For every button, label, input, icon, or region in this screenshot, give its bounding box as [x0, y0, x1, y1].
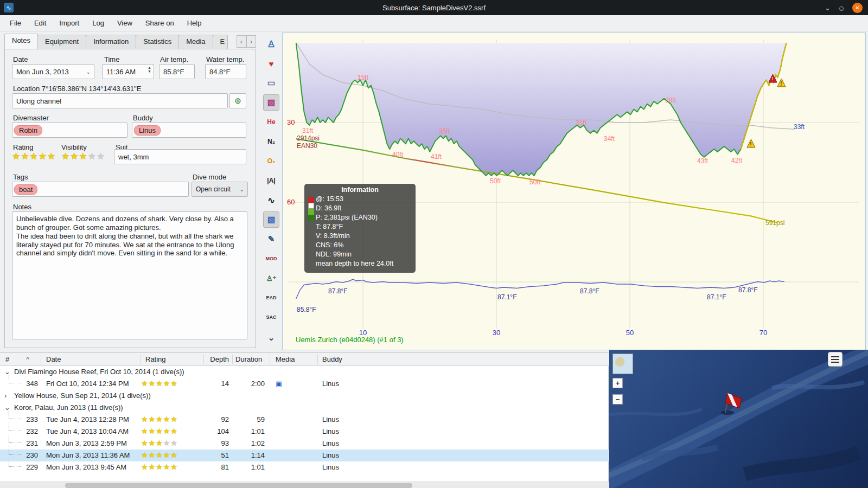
photo-icon[interactable]: ▣ — [276, 380, 282, 388]
menu-help[interactable]: Help — [181, 16, 208, 30]
col-media[interactable]: Media — [276, 355, 295, 363]
tab-information[interactable]: Information — [86, 35, 136, 49]
divemaster-tag[interactable]: Robin — [14, 125, 42, 136]
dive-profile-panel[interactable]: 30601030507031ft2914psiEAN3015ft40ft41ft… — [282, 33, 866, 350]
tags-input[interactable]: boat — [12, 182, 189, 197]
globe-button[interactable]: ⊕ — [229, 93, 246, 108]
time-spinner[interactable]: 11:36 AM ▲▼ — [102, 64, 154, 79]
map-menu-button[interactable] — [828, 352, 843, 367]
menu-file[interactable]: File — [3, 16, 28, 30]
ceiling-icon[interactable]: |A| — [263, 172, 279, 189]
window-titlebar: ∿ Subsurface: SampleDivesV2.ssrf ⌄ ◇ ✕ — [0, 0, 868, 15]
dive-depth: 14 — [206, 380, 229, 388]
heart-rate-icon[interactable]: ♥ — [263, 55, 279, 72]
tab-statistics[interactable]: Statistics — [136, 35, 179, 49]
svg-text:2914psi: 2914psi — [297, 134, 320, 142]
info-row: CNS: 6% — [316, 241, 411, 250]
profile-info-box: Information @: 15:53D: 36.9ftP: 2,381psi… — [304, 184, 416, 273]
tree-connector — [9, 422, 21, 431]
menu-import[interactable]: Import — [53, 16, 86, 30]
menu-view[interactable]: View — [111, 16, 139, 30]
dive-depth: 93 — [206, 439, 229, 447]
horizontal-scrollbar[interactable] — [0, 481, 609, 488]
deco-icon[interactable]: ♙⁺ — [263, 270, 279, 286]
show-photos-icon[interactable]: ▨ — [263, 94, 279, 111]
dive-buddy: Linus — [322, 451, 339, 459]
trip-row[interactable]: ⌄Divi Flamingo House Reef, Fri Oct 10, 2… — [0, 366, 609, 378]
dive-number: 231 — [22, 439, 38, 447]
zoom-out-button[interactable]: − — [612, 394, 623, 404]
close-button[interactable]: ✕ — [852, 3, 863, 13]
tab-extra-clipped[interactable]: E — [213, 35, 228, 49]
dive-rating: ★★★★★ — [141, 451, 178, 459]
dive-flag-marker[interactable] — [718, 389, 744, 416]
svg-text:31ft: 31ft — [302, 127, 314, 134]
dc-ceiling-icon[interactable]: ▧ — [263, 211, 279, 228]
tab-equipment[interactable]: Equipment — [37, 35, 86, 49]
water-temp-field[interactable]: 84.8°F — [205, 64, 246, 79]
map-panel[interactable]: + − — [609, 350, 868, 488]
col-depth[interactable]: Depth — [206, 355, 229, 363]
dive-row[interactable]: 230Mon Jun 3, 2013 11:36 AM★★★★★511:14Li… — [0, 450, 609, 461]
rating-stars[interactable]: ★★★★★ — [12, 151, 56, 162]
pp-oxygen-icon[interactable]: O₂ — [263, 153, 279, 169]
dive-date: Fri Oct 10, 2014 12:34 PM — [46, 380, 129, 388]
pp-helium-icon[interactable]: He — [263, 114, 279, 130]
rating-label: Rating — [13, 143, 34, 151]
tab-scroll-right-icon[interactable]: › — [246, 35, 256, 48]
notes-textarea[interactable]: Unbelievable dive. Dozens and dozens of … — [12, 211, 247, 339]
menu-share-on[interactable]: Share on — [139, 16, 181, 30]
dive-row[interactable]: 233Tue Jun 4, 2013 12:28 PM★★★★★9259Linu… — [0, 414, 609, 426]
visibility-stars[interactable]: ★★★★★ — [61, 151, 105, 162]
col-date[interactable]: Date — [46, 355, 61, 363]
scrollbar-thumb[interactable] — [65, 483, 412, 488]
maximize-button[interactable]: ◇ — [839, 4, 844, 12]
trip-label: Divi Flamingo House Reef, Fri Oct 10, 20… — [14, 368, 184, 376]
date-combobox[interactable]: Mon Jun 3, 2013 ⌄ — [12, 64, 94, 79]
chevron-down-icon[interactable]: ⌄ — [86, 69, 91, 75]
tab-media[interactable]: Media — [178, 35, 213, 49]
ead-icon[interactable]: EAD — [263, 290, 279, 306]
map-overview-thumbnail[interactable] — [612, 354, 633, 374]
menu-edit[interactable]: Edit — [28, 16, 53, 30]
dive-row[interactable]: 232Tue Jun 4, 2013 10:04 AM★★★★★1041:01L… — [0, 426, 609, 438]
col-number[interactable]: # — [5, 355, 9, 363]
buddy-input[interactable]: Linus — [132, 123, 246, 138]
sac-icon[interactable]: SAC — [263, 309, 279, 325]
dive-depth: 51 — [206, 451, 229, 459]
pp-nitrogen-icon[interactable]: N₂ — [263, 133, 279, 150]
tab-notes[interactable]: Notes — [4, 34, 38, 49]
tab-scroll-left-icon[interactable]: ‹ — [237, 35, 246, 48]
svg-text:33ft: 33ft — [794, 123, 805, 131]
dive-row[interactable]: 229Mon Jun 3, 2013 9:45 AM★★★★★811:01Lin… — [0, 461, 609, 473]
caret-right-icon[interactable]: › — [4, 391, 7, 400]
dive-number: 348 — [22, 380, 38, 388]
suit-input[interactable]: wet, 3mm — [114, 149, 246, 164]
trip-row[interactable]: ⌄Koror, Palau, Jun 2013 (11 dive(s)) — [0, 402, 609, 414]
menu-log[interactable]: Log — [86, 16, 111, 30]
col-buddy[interactable]: Buddy — [322, 355, 342, 363]
scroll-down-icon[interactable]: ⌄ — [263, 330, 279, 346]
zoom-in-button[interactable]: + — [612, 378, 623, 388]
location-input[interactable]: Ulong channel — [12, 93, 228, 108]
divemaster-input[interactable]: Robin — [12, 123, 127, 138]
minimize-button[interactable]: ⌄ — [825, 4, 831, 12]
dive-mode-select[interactable]: Open circuit ⌄ — [192, 182, 248, 197]
buddy-tag[interactable]: Linus — [134, 125, 161, 136]
dive-row[interactable]: 348Fri Oct 10, 2014 12:34 PM★★★★★142:00▣… — [0, 378, 609, 390]
divemaster-label: Divemaster — [13, 114, 49, 122]
col-rating[interactable]: Rating — [145, 355, 166, 363]
dive-computer-icon[interactable]: ♙ — [263, 36, 279, 52]
edit-icon[interactable]: ✎ — [263, 231, 279, 247]
svg-text:43ft: 43ft — [697, 157, 709, 165]
sort-indicator-icon[interactable]: ^ — [26, 355, 29, 363]
mod-icon[interactable]: MOD — [263, 251, 279, 267]
dive-row[interactable]: 231Mon Jun 3, 2013 2:59 PM★★★★★931:02Lin… — [0, 438, 609, 450]
tag-boat[interactable]: boat — [14, 184, 37, 195]
spinner-arrows-icon[interactable]: ▲▼ — [148, 66, 151, 73]
ruler-icon[interactable]: ▭ — [263, 75, 279, 91]
tissues-icon[interactable]: ∿ — [263, 192, 279, 208]
col-duration[interactable]: Duration — [235, 355, 262, 363]
air-temp-field[interactable]: 85.8°F — [159, 64, 195, 79]
trip-row[interactable]: ›Yellow House, Sun Sep 21, 2014 (1 dive(… — [0, 390, 609, 402]
